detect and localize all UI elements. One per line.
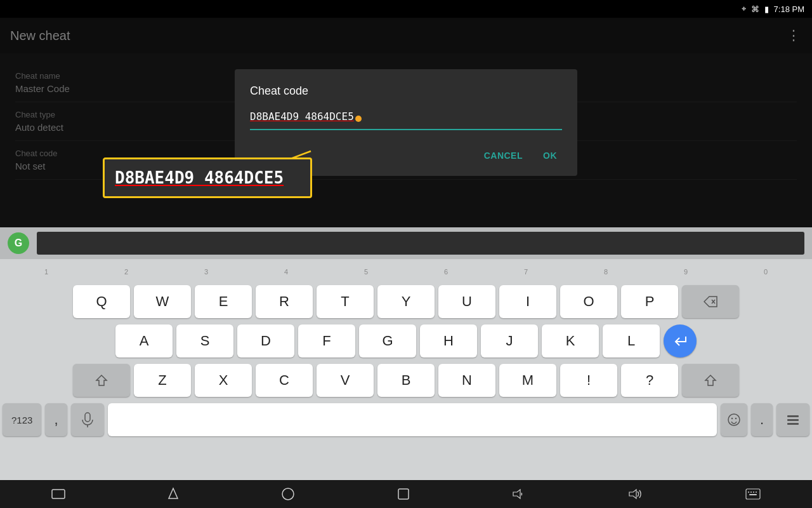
status-bar: ⌖ ⌘ ▮ 7:18 PM: [0, 0, 812, 18]
num-key-8[interactable]: 8: [566, 268, 646, 276]
asdf-row: A S D F G H J K L: [0, 321, 812, 361]
key-a[interactable]: A: [115, 324, 173, 358]
dialog-title: Cheat code: [250, 84, 562, 98]
key-s[interactable]: S: [176, 324, 233, 358]
svg-rect-14: [52, 490, 65, 498]
key-f[interactable]: F: [298, 324, 355, 358]
key-r[interactable]: R: [256, 285, 313, 318]
key-t[interactable]: T: [317, 285, 374, 318]
mic-key[interactable]: [71, 403, 104, 436]
home-button[interactable]: [281, 487, 295, 501]
battery-icon: ▮: [764, 4, 769, 14]
keyboard-top-bar: G: [0, 227, 812, 259]
num-key-7[interactable]: 7: [486, 268, 566, 276]
zoom-text: D8BAE4D9 4864DCE5: [115, 168, 284, 187]
keyboard-button[interactable]: [745, 488, 761, 500]
svg-point-10: [735, 418, 737, 419]
num-key-9[interactable]: 9: [646, 268, 726, 276]
key-p[interactable]: P: [621, 285, 678, 318]
key-z[interactable]: Z: [134, 364, 191, 397]
zoom-callout: D8BAE4D9 4864DCE5: [103, 157, 312, 198]
key-k[interactable]: K: [542, 324, 599, 358]
number-row: 1 2 3 4 5 6 7 8 9 0: [0, 259, 812, 282]
bluetooth-icon: ⌖: [742, 4, 746, 14]
key-c[interactable]: C: [256, 364, 313, 397]
svg-marker-15: [169, 488, 178, 498]
recents-button[interactable]: [397, 488, 410, 500]
num-key-0[interactable]: 0: [726, 268, 806, 276]
key-y[interactable]: Y: [377, 285, 435, 318]
num-key-3[interactable]: 3: [166, 268, 246, 276]
screenshot-button[interactable]: [51, 489, 65, 499]
cancel-button[interactable]: CANCEL: [479, 145, 528, 166]
key-n[interactable]: N: [438, 364, 495, 397]
zoom-underline-text: D8BAE4D9 4864DCE5: [115, 168, 284, 187]
key-l[interactable]: L: [603, 324, 660, 358]
key-v[interactable]: V: [317, 364, 374, 397]
input-underline: [250, 129, 562, 130]
suggestion-bar: [37, 232, 804, 255]
svg-rect-13: [787, 423, 799, 425]
volume-high-button[interactable]: [628, 488, 643, 500]
svg-rect-11: [787, 415, 799, 417]
key-j[interactable]: J: [481, 324, 538, 358]
svg-marker-5: [705, 375, 716, 385]
num-key-5[interactable]: 5: [326, 268, 406, 276]
svg-rect-12: [787, 419, 799, 421]
key-w[interactable]: W: [134, 285, 191, 318]
shift-key[interactable]: [73, 364, 130, 397]
key-exclaim[interactable]: !: [560, 364, 617, 397]
comma-key[interactable]: ,: [45, 403, 67, 436]
navigation-bar: [0, 480, 812, 508]
key-m[interactable]: M: [499, 364, 556, 397]
svg-rect-17: [398, 489, 409, 499]
key-x[interactable]: X: [195, 364, 252, 397]
space-key[interactable]: [108, 403, 717, 436]
backspace-key[interactable]: [682, 285, 739, 318]
key-i[interactable]: I: [499, 285, 556, 318]
time-display: 7:18 PM: [774, 4, 804, 14]
qwerty-row: Q W E R T Y U I O P: [0, 282, 812, 321]
grammarly-button[interactable]: G: [8, 232, 29, 254]
dialog-input-area[interactable]: D8BAE4D9 4864DCE5: [250, 110, 562, 130]
keyboard-bottom-row: ?123 , .: [0, 400, 812, 439]
key-question[interactable]: ?: [621, 364, 678, 397]
key-e[interactable]: E: [195, 285, 252, 318]
enter-key[interactable]: [664, 324, 697, 358]
key-b[interactable]: B: [377, 364, 435, 397]
emoji-key[interactable]: [721, 403, 747, 436]
svg-rect-6: [85, 413, 90, 422]
key-q[interactable]: Q: [73, 285, 130, 318]
shift-right-key[interactable]: [682, 364, 739, 397]
key-u[interactable]: U: [438, 285, 495, 318]
num-key-6[interactable]: 6: [406, 268, 486, 276]
dialog-input-text[interactable]: D8BAE4D9 4864DCE5: [250, 110, 354, 126]
keyboard-settings-key[interactable]: [776, 403, 809, 436]
svg-point-9: [731, 418, 733, 419]
key-o[interactable]: O: [560, 285, 617, 318]
num-key-1[interactable]: 1: [6, 268, 86, 276]
ok-button[interactable]: OK: [538, 145, 562, 166]
period-key[interactable]: .: [751, 403, 773, 436]
zxcv-row: Z X C V B N M ! ?: [0, 361, 812, 400]
svg-marker-18: [513, 490, 520, 498]
key-h[interactable]: H: [420, 324, 477, 358]
svg-marker-19: [629, 490, 636, 498]
back-button[interactable]: [167, 487, 179, 501]
volume-low-button[interactable]: [512, 488, 526, 500]
wifi-icon: ⌘: [751, 4, 759, 14]
cursor-dot: [355, 116, 362, 122]
num-switch-key[interactable]: ?123: [3, 403, 41, 436]
num-key-4[interactable]: 4: [246, 268, 326, 276]
svg-marker-4: [96, 375, 107, 385]
keyboard-area: G 1 2 3 4 5 6 7 8 9 0 Q W E R T Y U I O …: [0, 227, 812, 490]
svg-point-16: [282, 488, 294, 500]
key-d[interactable]: D: [237, 324, 294, 358]
key-g[interactable]: G: [359, 324, 416, 358]
num-key-2[interactable]: 2: [86, 268, 166, 276]
